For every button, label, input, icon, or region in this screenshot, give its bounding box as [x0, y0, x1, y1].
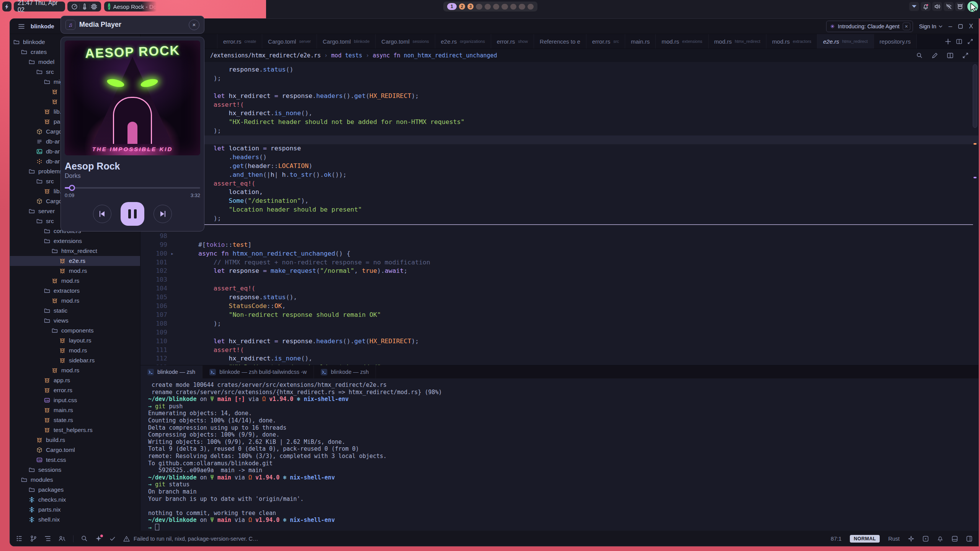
- terminal-panel-icon[interactable]: [952, 536, 958, 542]
- workspace-pinned[interactable]: 3: [467, 3, 474, 10]
- workspace-pinned[interactable]: 2: [459, 3, 465, 10]
- tab-e2e.rs[interactable]: e2e.rsorganizations: [435, 34, 491, 49]
- tree-item-extensions[interactable]: extensions: [10, 236, 140, 246]
- tab-mod.rs[interactable]: mod.rsextractors: [766, 34, 817, 49]
- code-line-96[interactable]: 96 );: [140, 214, 978, 223]
- wifi-off-icon[interactable]: [944, 2, 954, 11]
- code-line-103[interactable]: 103: [140, 276, 978, 284]
- tab-Cargo.toml[interactable]: Cargo.tomlblinkode: [317, 34, 376, 49]
- workspace-empty[interactable]: [519, 4, 525, 10]
- tree-item-extractors[interactable]: extractors: [10, 286, 140, 296]
- collab-icon[interactable]: [59, 535, 65, 542]
- tab-References to e[interactable]: References to e: [534, 34, 586, 49]
- code-line-79[interactable]: 79 response.status(): [140, 65, 978, 74]
- code-line-113[interactable]: 113 "HX-Redirect header should not be ad…: [140, 363, 978, 365]
- launcher-button[interactable]: [2, 2, 11, 11]
- workspace-empty[interactable]: [501, 4, 508, 10]
- workspace-empty[interactable]: [510, 4, 516, 10]
- tree-item-main.rs[interactable]: main.rs: [10, 405, 140, 415]
- tree-item-htmx_redirect[interactable]: htmx_redirect: [10, 246, 140, 256]
- code-line-93[interactable]: 93 location,: [140, 188, 978, 197]
- tree-item-error.rs[interactable]: error.rs: [10, 385, 140, 395]
- tree-item-mod.rs[interactable]: mod.rs: [10, 346, 140, 355]
- tab-Cargo.toml[interactable]: Cargo.tomlsessions: [376, 34, 435, 49]
- code-line-101[interactable]: 101 // HTMX request + non-redirect respo…: [140, 258, 978, 267]
- media-status-widget[interactable]: ♪ Aesop Rock - Do: [104, 2, 158, 11]
- diagnostics-icon[interactable]: [923, 536, 929, 542]
- close-button[interactable]: X: [969, 23, 973, 30]
- tree-item-test_helpers.rs[interactable]: test_helpers.rs: [10, 425, 140, 435]
- tree-item-build.rs[interactable]: build.rs: [10, 435, 140, 445]
- tree-item-app.rs[interactable]: app.rs: [10, 375, 140, 385]
- tab-error.rs[interactable]: error.rssrc: [586, 34, 625, 49]
- git-branch-icon[interactable]: [30, 535, 37, 542]
- code-line-87[interactable]: 87: [140, 135, 978, 144]
- code-line-106[interactable]: 106 StatusCode::OK,: [140, 302, 978, 311]
- workspace-empty[interactable]: [476, 4, 482, 10]
- cursor-position[interactable]: 87:1: [831, 536, 841, 542]
- tree-item-parts.nix[interactable]: parts.nix: [10, 505, 140, 515]
- tree-item-test.css[interactable]: CSStest.css: [10, 455, 140, 465]
- code-line-89[interactable]: 89 .headers(): [140, 153, 978, 162]
- tree-item-sessions[interactable]: sessions: [10, 465, 140, 475]
- code-line-92[interactable]: 92 assert_eq!(: [140, 179, 978, 188]
- project-panel-icon[interactable]: [16, 535, 23, 542]
- previous-track-button[interactable]: [93, 205, 111, 223]
- tab-Cargo.toml[interactable]: Cargo.tomlserver: [262, 34, 317, 49]
- code-line-83[interactable]: 83 assert!(: [140, 101, 978, 109]
- bell-icon[interactable]: [921, 2, 931, 11]
- tree-item-components[interactable]: components: [10, 326, 140, 336]
- code-line-81[interactable]: 81: [140, 83, 978, 92]
- terminal-tab[interactable]: blinkode — zsh: [140, 365, 203, 378]
- minimize-button[interactable]: –: [949, 23, 952, 30]
- assistant-sparkle-icon[interactable]: [95, 535, 102, 542]
- tree-item-e2e.rs[interactable]: e2e.rs: [10, 256, 140, 266]
- project-name[interactable]: blinkode: [31, 23, 54, 29]
- media-player-titlebar[interactable]: ♫ Media Player ×: [60, 16, 204, 34]
- code-editor[interactable]: 79 response.status()80 );8182 let hx_red…: [140, 62, 978, 365]
- code-line-110[interactable]: 110 let hx_redirect = response.headers()…: [140, 337, 978, 346]
- workspace-empty[interactable]: [493, 4, 499, 10]
- pane-split-icon[interactable]: [947, 52, 953, 59]
- pause-button[interactable]: [121, 202, 144, 226]
- tab-main.rs[interactable]: main.rs: [625, 34, 656, 49]
- slider-knob[interactable]: [69, 185, 75, 191]
- tree-item-views[interactable]: views: [10, 316, 140, 326]
- code-line-82[interactable]: 82 let hx_redirect = response.headers().…: [140, 92, 978, 101]
- tree-item-Cargo.toml[interactable]: Cargo.toml: [10, 445, 140, 455]
- tab-error.rs[interactable]: error.rsshow: [491, 34, 534, 49]
- code-line-102[interactable]: 102 let response = make_request("/normal…: [140, 267, 978, 276]
- seek-slider[interactable]: [65, 185, 200, 191]
- code-line-111[interactable]: 111 assert!(: [140, 346, 978, 355]
- code-line-90[interactable]: 90 .get(header::LOCATION): [140, 162, 978, 171]
- maximize-button[interactable]: [958, 24, 963, 29]
- code-line-91[interactable]: 91 .and_then(|h| h.to_str().ok());: [140, 171, 978, 179]
- tree-item-modules[interactable]: modules: [10, 475, 140, 485]
- terminal-tab[interactable]: blinkode — zsh build-tailwindcss -w: [203, 365, 314, 378]
- tree-item-layout.rs[interactable]: layout.rs: [10, 336, 140, 346]
- check-icon[interactable]: [109, 536, 116, 542]
- banner-pill[interactable]: ✳ Introducing: Claude Agent ×: [826, 21, 913, 32]
- code-line-112[interactable]: 112 hx_redirect.is_none(),: [140, 354, 978, 363]
- workspace-active[interactable]: 1: [447, 3, 457, 10]
- inline-completion-icon[interactable]: [908, 536, 914, 542]
- tree-item-checks.nix[interactable]: checks.nix: [10, 495, 140, 505]
- terminal-output[interactable]: create mode 100644 crates/server/src/ext…: [140, 378, 978, 532]
- tree-item-mod.rs[interactable]: mod.rs: [10, 365, 140, 375]
- tree-item-mod.rs[interactable]: mod.rs: [10, 296, 140, 306]
- code-line-88[interactable]: 88 let location = response: [140, 144, 978, 153]
- right-dock-icon[interactable]: [966, 536, 972, 542]
- outline-icon[interactable]: [44, 535, 51, 542]
- code-line-84[interactable]: 84 hx_redirect.is_none(),: [140, 109, 978, 118]
- code-line-105[interactable]: 105 response.status(),: [140, 293, 978, 302]
- tab-mod.rs[interactable]: mod.rshtmx_redirect: [709, 34, 766, 49]
- language-selector[interactable]: Rust: [888, 536, 900, 542]
- media-player-window[interactable]: ♫ Media Player × AESOP ROCK THE IMPOSSIB…: [60, 16, 204, 231]
- code-line-108[interactable]: 108 );: [140, 320, 978, 328]
- editor-scrollbar[interactable]: [973, 64, 977, 128]
- tree-item-mod.rs[interactable]: mod.rs: [10, 276, 140, 286]
- tree-item-state.rs[interactable]: state.rs: [10, 415, 140, 425]
- banner-close-button[interactable]: ×: [903, 23, 910, 30]
- sign-in-button[interactable]: Sign In: [919, 23, 942, 29]
- tree-item-static[interactable]: static: [10, 306, 140, 316]
